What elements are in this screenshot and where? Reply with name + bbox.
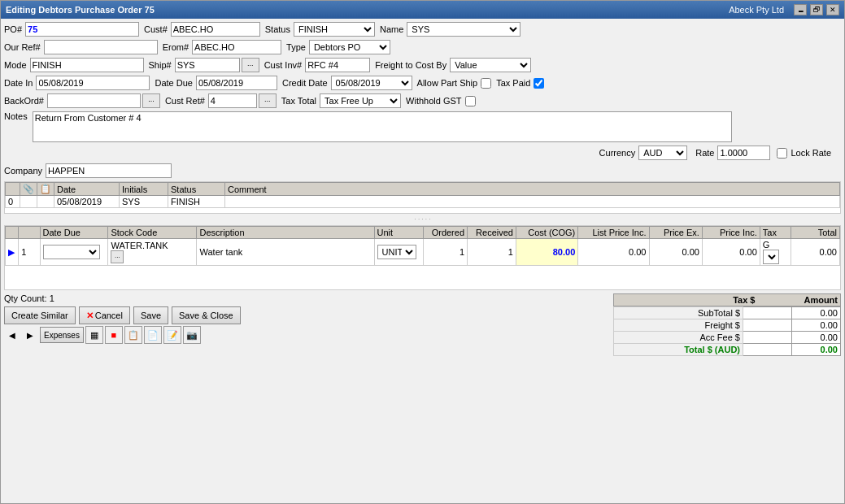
- save-button[interactable]: Save: [133, 306, 168, 324]
- notes-textarea[interactable]: Return From Customer # 4: [33, 111, 732, 142]
- rate-label: Rate: [695, 148, 716, 158]
- our-ref-input[interactable]: [44, 40, 158, 54]
- freight-label: Freight to Cost By: [375, 60, 448, 70]
- freight-row: Freight $ 0.00: [614, 319, 841, 332]
- cust-inv-label: Cust Inv#: [264, 60, 303, 70]
- type-select[interactable]: Debtors PO: [309, 40, 390, 54]
- resize-handle[interactable]: · · · · ·: [4, 215, 841, 224]
- name-select[interactable]: SYS: [407, 22, 521, 37]
- line-cell-cost-cog: 80.00: [516, 239, 577, 266]
- log-cell-date: 05/08/2019: [54, 196, 120, 208]
- status-select[interactable]: FINISH: [294, 22, 375, 37]
- allow-part-ship-checkbox[interactable]: [481, 78, 491, 89]
- line-cell-arrow: ▶: [6, 239, 19, 266]
- po-input[interactable]: [25, 22, 139, 37]
- total-label: Total $ (AUD): [614, 344, 743, 356]
- lock-rate-label: Lock Rate: [791, 148, 833, 158]
- footer-buttons: Create Similar ✕ Cancel Save Save & Clos…: [4, 306, 610, 324]
- acc-fee-tax: [743, 332, 792, 344]
- back-ord-label: BackOrd#: [4, 96, 46, 106]
- cust-input[interactable]: [171, 22, 260, 37]
- ship-ellipsis[interactable]: ···: [242, 58, 259, 72]
- bottom-section: Qty Count: 1 Create Similar ✕ Cancel Sav…: [4, 293, 841, 356]
- line-cell-received: 1: [468, 239, 516, 266]
- currency-select[interactable]: AUD: [638, 146, 687, 160]
- date-in-input[interactable]: [36, 76, 150, 90]
- create-similar-button[interactable]: Create Similar: [4, 306, 76, 324]
- form-row-2: Our Ref# Erom# Type Debtors PO: [4, 40, 841, 54]
- cust-ret-ellipsis[interactable]: ···: [259, 93, 277, 108]
- currency-label: Currency: [599, 148, 638, 158]
- save-close-button[interactable]: Save & Close: [172, 306, 241, 324]
- tax-paid-checkbox[interactable]: [534, 78, 544, 89]
- lock-rate-checkbox[interactable]: [777, 148, 787, 159]
- back-ord-input[interactable]: [47, 93, 141, 108]
- paste-button[interactable]: 📄: [144, 326, 162, 344]
- rate-input[interactable]: [717, 146, 770, 160]
- form-row-notes: Notes Return From Customer # 4: [4, 111, 841, 142]
- line-row: ▶ 1 WATER.TANK ··· Water tank UNIT: [6, 239, 840, 266]
- withhold-gst-checkbox[interactable]: [465, 96, 476, 106]
- withhold-gst-label: Withhold GST: [406, 96, 463, 106]
- tax-select[interactable]: G: [763, 250, 779, 264]
- close-button[interactable]: ✕: [826, 4, 839, 15]
- freight-select[interactable]: Value: [450, 58, 531, 72]
- log-cell-num: 0: [6, 196, 20, 208]
- line-date-due-select[interactable]: [43, 245, 100, 259]
- totals-header: Tax $ Amount: [613, 293, 841, 306]
- note-button[interactable]: 📝: [163, 326, 181, 344]
- tax-total-select[interactable]: Tax Free Up: [320, 93, 401, 108]
- company-name: Abeck Pty Ltd: [729, 5, 784, 15]
- log-col-date: Date: [54, 183, 120, 196]
- form-row-5: BackOrd# ··· Cust Ret# ··· Tax Total Tax…: [4, 93, 841, 108]
- acc-fee-label: Acc Fee $: [614, 332, 743, 344]
- restore-button[interactable]: 🗗: [810, 4, 823, 15]
- po-label: PO#: [4, 24, 24, 34]
- cust-inv-input[interactable]: [305, 58, 370, 72]
- tax-total-label: Tax Total: [281, 96, 318, 106]
- our-ref-label: Our Ref#: [4, 42, 42, 52]
- prev-nav-button[interactable]: ▶: [22, 327, 38, 343]
- total-tax: [743, 344, 792, 356]
- log-cell-attach: [20, 196, 37, 208]
- mode-input[interactable]: [30, 58, 144, 72]
- log-section: 📎 📋 Date Initials Status Comment 0 05/08…: [4, 181, 841, 214]
- company-input[interactable]: [46, 163, 172, 178]
- credit-date-select[interactable]: 05/08/2019: [331, 76, 412, 90]
- subtotal-row: SubTotal $ 0.00: [614, 307, 841, 319]
- line-col-num: [19, 227, 40, 239]
- date-due-input[interactable]: [196, 76, 277, 90]
- type-label: Type: [286, 42, 307, 52]
- first-nav-button[interactable]: ◀: [4, 327, 20, 343]
- mode-label: Mode: [4, 60, 28, 70]
- log-row: 0 05/08/2019 SYS FINISH: [6, 196, 840, 208]
- copy-button[interactable]: 📋: [124, 326, 142, 344]
- tax-paid-label: Tax Paid: [496, 78, 532, 88]
- back-ord-ellipsis[interactable]: ···: [142, 93, 160, 108]
- cust-ret-input[interactable]: [208, 93, 257, 108]
- expenses-button[interactable]: Expenses: [40, 327, 84, 343]
- totals-tax-header: Tax $: [733, 295, 755, 305]
- from-label: Erom#: [163, 42, 190, 52]
- qty-count-label: Qty Count:: [4, 293, 47, 303]
- unit-select[interactable]: UNIT: [377, 245, 416, 259]
- freight-tax: [743, 319, 792, 332]
- cancel-button[interactable]: ✕ Cancel: [79, 306, 130, 324]
- toolbar-icons: ◀ ▶ Expenses ▦ ■ 📋 📄 📝 📷: [4, 326, 610, 344]
- minimize-button[interactable]: 🗕: [794, 4, 807, 15]
- freight-total-label: Freight $: [614, 319, 743, 332]
- ship-input[interactable]: [175, 58, 240, 72]
- freight-amount: 0.00: [792, 319, 841, 332]
- grid-button[interactable]: ▦: [85, 326, 103, 344]
- stock-code-ellipsis[interactable]: ···: [111, 250, 124, 263]
- line-cell-price-inc: 0.00: [702, 239, 760, 266]
- total-row: Total $ (AUD) 0.00: [614, 344, 841, 356]
- line-cell-list-price-inc: 0.00: [578, 239, 649, 266]
- from-input[interactable]: [192, 40, 281, 54]
- qty-count-value: 1: [50, 293, 54, 303]
- line-cell-price-ex: 0.00: [649, 239, 702, 266]
- form-row-company: Company: [4, 163, 841, 178]
- name-label: Name: [380, 24, 405, 34]
- camera-button[interactable]: 📷: [183, 326, 201, 344]
- red-box-button[interactable]: ■: [105, 326, 123, 344]
